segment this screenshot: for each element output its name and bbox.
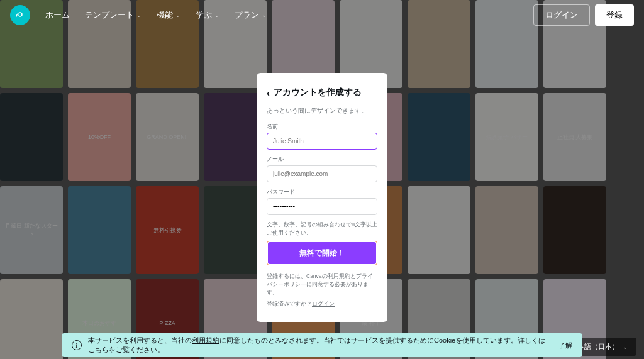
- template-tile: 無料引換券: [136, 186, 199, 274]
- nav-items: ホームテンプレート⌄機能⌄学ぶ⌄プラン⌄: [45, 9, 533, 21]
- header-right: ログイン 登録: [533, 4, 634, 26]
- login-link[interactable]: ログイン: [312, 301, 335, 307]
- template-tile: [0, 93, 63, 181]
- template-tile: [408, 93, 470, 181]
- register-button[interactable]: 登録: [595, 4, 634, 26]
- template-tile: [543, 186, 606, 274]
- terms-middle: と: [350, 273, 356, 279]
- chevron-down-icon: ⌄: [623, 344, 628, 350]
- login-button[interactable]: ログイン: [533, 4, 590, 26]
- info-icon: i: [72, 340, 82, 350]
- template-tile: 月曜日 新たなスタート: [0, 186, 63, 274]
- password-field[interactable]: [267, 198, 377, 215]
- chevron-down-icon: ⌄: [214, 12, 219, 18]
- chevron-down-icon: ⌄: [262, 12, 267, 18]
- modal-subtitle: あっという間にデザインできます。: [267, 106, 377, 115]
- header: ホームテンプレート⌄機能⌄学ぶ⌄プラン⌄ ログイン 登録: [0, 0, 644, 30]
- template-tile: [475, 186, 538, 274]
- canva-logo[interactable]: [10, 5, 30, 25]
- email-field[interactable]: [267, 165, 377, 182]
- email-label: メール: [267, 155, 377, 163]
- signup-modal: ‹ アカウントを作成する あっという間にデザインできます。 名前 メール パスワ…: [257, 73, 387, 322]
- submit-button[interactable]: 無料で開始！: [268, 242, 376, 264]
- cookie-ok-button[interactable]: 了解: [558, 341, 572, 350]
- nav-label: テンプレート: [85, 9, 134, 21]
- template-tile: 焼き菓子 バザー: [475, 93, 538, 181]
- terms-prefix: 登録するには、Canvaの: [267, 273, 328, 279]
- nav-item-学ぶ[interactable]: 学ぶ⌄: [196, 9, 219, 21]
- modal-title: アカウントを作成する: [274, 87, 362, 98]
- nav-label: プラン: [235, 9, 259, 21]
- nav-item-ホーム[interactable]: ホーム: [45, 9, 70, 21]
- template-tile: [68, 186, 131, 274]
- nav-item-プラン[interactable]: プラン⌄: [235, 9, 267, 21]
- login-prompt: 登録済みですか？ログイン: [267, 301, 377, 308]
- cookie-terms-link[interactable]: 利用規約: [192, 336, 219, 344]
- cookie-details-link[interactable]: こちら: [88, 346, 109, 353]
- terms-text: 登録するには、Canvaの利用規約とプライバシーポリシーに同意する必要があります…: [267, 272, 377, 296]
- nav-label: ホーム: [45, 9, 70, 21]
- nav-label: 学ぶ: [196, 9, 212, 21]
- cookie-text: 本サービスを利用すると、当社の利用規約に同意したものとみなされます。当社ではサー…: [88, 336, 552, 355]
- back-arrow-icon[interactable]: ‹: [267, 87, 270, 98]
- template-tile: GRAND OPEN!!: [136, 93, 199, 181]
- modal-title-row: ‹ アカウントを作成する: [267, 87, 377, 98]
- nav-label: 機能: [157, 9, 173, 21]
- name-label: 名前: [267, 123, 377, 131]
- chevron-down-icon: ⌄: [175, 12, 180, 18]
- terms-link[interactable]: 利用規約: [328, 273, 350, 279]
- cookie-banner: i 本サービスを利用すると、当社の利用規約に同意したものとみなされます。当社では…: [62, 333, 582, 357]
- template-tile: [408, 186, 470, 274]
- template-tile: 10%OFF: [68, 93, 131, 181]
- submit-highlight: 無料で開始！: [267, 241, 377, 265]
- password-label: パスワード: [267, 188, 377, 196]
- nav-item-テンプレート[interactable]: テンプレート⌄: [85, 9, 142, 21]
- name-field[interactable]: [267, 133, 377, 150]
- nav-item-機能[interactable]: 機能⌄: [157, 9, 180, 21]
- template-tile: 正社員 大募集: [543, 93, 606, 181]
- canva-logo-icon: [14, 9, 26, 21]
- chevron-down-icon: ⌄: [136, 12, 142, 18]
- login-prompt-prefix: 登録済みですか？: [267, 301, 312, 307]
- password-help: 文字、数字、記号の組み合わせで8文字以上ご使用ください。: [267, 221, 377, 236]
